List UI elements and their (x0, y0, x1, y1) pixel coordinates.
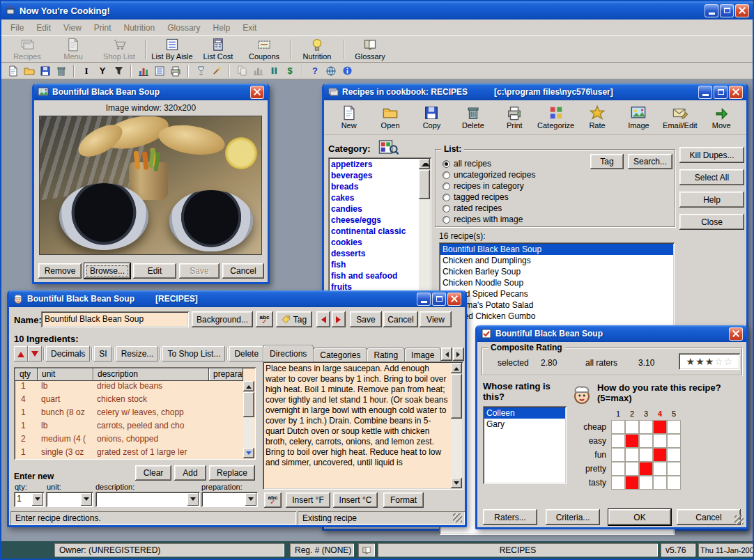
close-button[interactable] (447, 293, 461, 306)
open-folder-icon[interactable] (22, 64, 36, 78)
edit-image-button[interactable]: Edit (133, 263, 176, 279)
scrollbar-down-button[interactable] (451, 478, 462, 488)
clear-ingredient-button[interactable]: Clear (135, 465, 171, 481)
dropdown-button[interactable] (187, 493, 199, 506)
maximize-button[interactable] (714, 86, 728, 99)
table-row[interactable]: 2medium (4 (onions, chopped (15, 434, 243, 447)
background-button[interactable]: Background... (192, 311, 253, 327)
delete-ingredient-button[interactable]: Delete (229, 346, 263, 361)
recipes-toolbar-button[interactable]: Recipes (4, 37, 50, 61)
categorize-button[interactable]: Categorize (536, 105, 576, 130)
category-item[interactable]: appetizers (328, 159, 419, 170)
category-item[interactable]: breads (328, 181, 419, 192)
radio-uncategorized[interactable]: uncategorized recipes (443, 170, 535, 180)
rating-cell[interactable] (611, 462, 625, 476)
merge-tool-icon[interactable]: Y (95, 64, 109, 78)
help-button[interactable]: Help (679, 192, 744, 208)
dropdown-button[interactable] (245, 493, 256, 506)
image-window-titlebar[interactable]: Bountiful Black Bean Soup (34, 84, 268, 100)
category-item[interactable]: candies (328, 203, 419, 215)
table-row[interactable]: 1bunch (8 ozcelery w/ leaves, chopp (15, 407, 243, 421)
spellcheck-directions-button[interactable]: abc✓ (264, 492, 282, 508)
restore-button[interactable] (720, 4, 734, 17)
save-recipe-button[interactable]: Save (350, 311, 382, 327)
info-icon[interactable] (340, 64, 354, 78)
rating-cell[interactable] (611, 434, 625, 448)
tab-rating[interactable]: Rating (367, 348, 405, 361)
rating-cell[interactable] (653, 420, 667, 434)
minimize-button[interactable] (417, 293, 431, 306)
menu-item-help[interactable]: Help (207, 23, 237, 33)
rating-cell[interactable] (667, 420, 681, 434)
category-item[interactable]: fish (328, 259, 419, 270)
rating-cell[interactable] (653, 476, 667, 490)
rate-button[interactable]: Rate (577, 105, 617, 130)
insert-celsius-button[interactable]: Insert °C (333, 492, 378, 508)
rater-list-item[interactable]: Colleen (484, 407, 565, 419)
ingredients-table[interactable]: qty unit description preparation 1lbdrie… (14, 367, 256, 460)
menu-item-glossary[interactable]: Glossary (161, 23, 206, 33)
resize-grip[interactable] (734, 515, 744, 524)
preparation-combo[interactable] (201, 492, 258, 507)
move-button[interactable]: Move (701, 105, 741, 130)
image-button[interactable]: Image (618, 105, 659, 130)
nutrition-toolbar-button[interactable]: Nutrition (294, 37, 340, 61)
description-combo[interactable] (95, 492, 200, 507)
format-button[interactable]: Format (383, 492, 424, 508)
category-item[interactable]: cakes (328, 192, 419, 203)
rating-cell[interactable] (653, 434, 667, 448)
category-item[interactable]: cookies (328, 237, 419, 248)
add-ingredient-button[interactable]: Add (174, 465, 206, 481)
wand-icon[interactable] (210, 64, 224, 78)
rating-cell[interactable] (639, 462, 653, 476)
rating-cell[interactable] (667, 434, 681, 448)
open-recipe-button[interactable]: Open (370, 105, 410, 130)
sort-down-button[interactable] (28, 346, 42, 361)
category-item[interactable]: beverages (328, 170, 419, 181)
delete-recipe-button[interactable]: Delete (453, 105, 493, 130)
rating-titlebar[interactable]: Bountiful Black Bean Soup (477, 325, 746, 342)
directions-textarea[interactable]: Place beans in large saucepan. Add enoug… (263, 361, 463, 490)
cancel-image-button[interactable]: Cancel (222, 263, 264, 279)
print-icon[interactable] (169, 64, 183, 78)
main-titlebar[interactable]: Now You're Cooking! (1, 1, 753, 20)
tab-directions[interactable]: Directions (263, 345, 314, 361)
column-header-description[interactable]: description (93, 368, 209, 381)
tabs-scroll-left-button[interactable] (441, 348, 452, 361)
print-recipe-button[interactable]: Print (494, 105, 534, 130)
chart-icon[interactable] (137, 64, 151, 78)
category-item[interactable]: fish and seafood (328, 270, 419, 281)
rating-cell[interactable] (625, 462, 639, 476)
recipe-list-item[interactable]: Chicken and Dumplings (440, 255, 673, 266)
glossary-toolbar-button[interactable]: Glossary (347, 37, 393, 61)
list-cost-toolbar-button[interactable]: List Cost (195, 37, 241, 61)
column-header-unit[interactable]: unit (38, 368, 93, 381)
rating-cell[interactable] (639, 420, 653, 434)
sort-up-button[interactable] (14, 346, 28, 361)
si-button[interactable]: SI (94, 346, 111, 361)
category-item[interactable]: cheese/eggs (328, 215, 419, 226)
tag-button[interactable]: Tag (590, 154, 624, 169)
radio-tagged[interactable]: tagged recipes (443, 192, 509, 202)
recipe-list-item[interactable]: Smoked Chicken Gumbo (440, 311, 673, 322)
menu-toolbar-button[interactable]: Menu (50, 37, 96, 61)
rating-cell[interactable] (667, 462, 681, 476)
directions-scrollbar[interactable] (451, 363, 462, 488)
recipe-name-input[interactable]: Bountiful Black Bean Soup (41, 311, 189, 327)
column-header-preparation[interactable]: preparation (209, 368, 243, 381)
save-icon[interactable] (38, 64, 52, 78)
editor-titlebar[interactable]: Bountiful Black Bean Soup [RECIPES] (9, 290, 465, 307)
cancel-recipe-button[interactable]: Cancel (383, 311, 418, 327)
rating-cell[interactable] (625, 476, 639, 490)
rating-cell[interactable] (639, 476, 653, 490)
rating-cell[interactable] (667, 476, 681, 490)
table-row[interactable]: 1single (3 ozgrated zest of 1 large ler (15, 447, 243, 458)
close-button[interactable] (735, 4, 749, 17)
scrollbar-down-button[interactable] (243, 448, 254, 458)
tab-categories[interactable]: Categories (313, 348, 367, 361)
scrollbar-thumb[interactable] (419, 170, 430, 199)
dropdown-button[interactable] (81, 493, 92, 506)
minimize-button[interactable] (698, 86, 712, 99)
new-document-icon[interactable] (6, 64, 20, 78)
minimize-button[interactable] (705, 4, 718, 17)
